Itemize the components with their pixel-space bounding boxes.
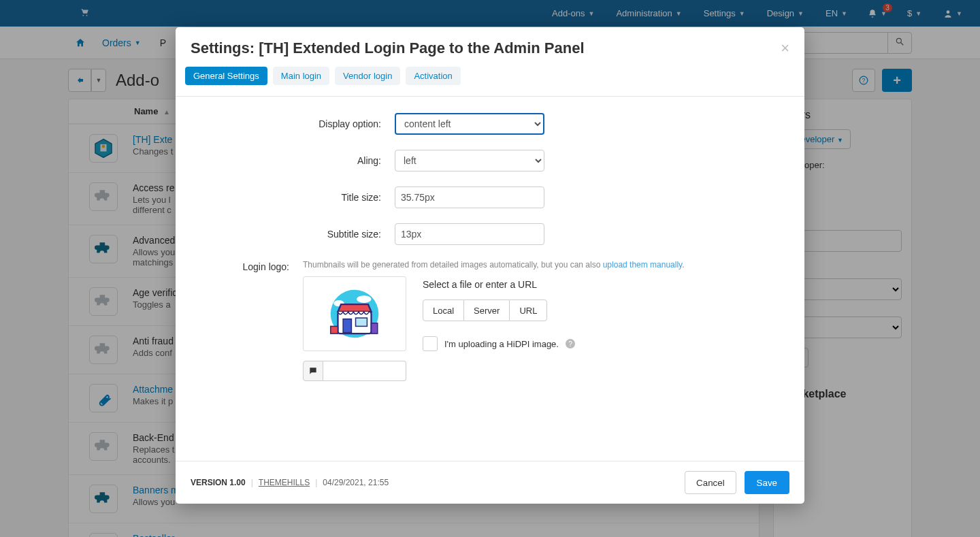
tab-vendor-login[interactable]: Vendor login: [335, 67, 400, 85]
subtitle-size-input[interactable]: [395, 223, 544, 245]
hidpi-row: I'm uploading a HiDPI image. ?: [423, 336, 575, 351]
svg-rect-15: [356, 318, 368, 326]
alt-input[interactable]: [323, 361, 406, 381]
src-local[interactable]: Local: [423, 299, 464, 321]
display-option-select[interactable]: content left: [395, 113, 544, 135]
tab-general-settings[interactable]: General Settings: [185, 67, 267, 85]
align-select[interactable]: left: [395, 150, 544, 172]
cancel-button[interactable]: Cancel: [685, 471, 736, 494]
login-logo-label: Login logo:: [191, 260, 303, 381]
row-align: Aling: left: [191, 150, 789, 172]
subtitle-size-label: Subtitle size:: [191, 229, 395, 240]
row-subtitle-size: Subtitle size:: [191, 223, 789, 245]
save-button[interactable]: Save: [745, 471, 789, 494]
row-display-option: Display option: content left: [191, 113, 789, 135]
hidpi-checkbox[interactable]: [423, 336, 438, 351]
close-icon[interactable]: ×: [781, 39, 789, 57]
svg-rect-16: [331, 326, 338, 333]
footer-vendor-link[interactable]: THEMEHILLS: [259, 478, 310, 487]
upload-manually-link[interactable]: upload them manually: [603, 260, 683, 270]
alt-text-row: [303, 361, 406, 381]
tab-activation[interactable]: Activation: [406, 67, 460, 85]
thumbnail-hint: Thumbnails will be generated from detail…: [303, 260, 789, 270]
comment-icon[interactable]: [303, 361, 323, 381]
svg-rect-14: [343, 319, 351, 333]
store-logo-icon: [323, 287, 386, 341]
title-size-input[interactable]: [395, 186, 544, 208]
modal-title: Settings: [TH] Extended Login Page to th…: [191, 39, 585, 57]
svg-point-12: [357, 295, 371, 303]
modal-footer: VERSION 1.00 | THEMEHILLS | 04/29/2021, …: [176, 461, 804, 504]
modal-tabs: General Settings Main login Vendor login…: [176, 67, 804, 96]
hidpi-help-icon[interactable]: ?: [566, 339, 575, 348]
footer-date: 04/29/2021, 21:55: [323, 478, 389, 487]
footer-version: VERSION 1.00: [191, 478, 246, 487]
tab-main-login[interactable]: Main login: [273, 67, 329, 85]
src-server[interactable]: Server: [464, 299, 509, 321]
align-label: Aling:: [191, 155, 395, 166]
row-login-logo: Login logo: Thumbnails will be generated…: [191, 260, 789, 381]
hidpi-label: I'm uploading a HiDPI image.: [444, 339, 559, 349]
modal-body: Display option: content left Aling: left…: [176, 97, 804, 461]
title-size-label: Title size:: [191, 192, 395, 203]
display-option-label: Display option:: [191, 118, 395, 129]
upload-label: Select a file or enter a URL: [423, 279, 575, 290]
logo-thumbnail[interactable]: [303, 276, 406, 351]
upload-source-buttons: Local Server URL: [423, 299, 575, 321]
modal-overlay: Settings: [TH] Extended Login Page to th…: [0, 0, 980, 537]
modal-header: Settings: [TH] Extended Login Page to th…: [176, 27, 804, 67]
settings-modal: Settings: [TH] Extended Login Page to th…: [176, 27, 804, 504]
row-title-size: Title size:: [191, 186, 789, 208]
src-url[interactable]: URL: [509, 299, 547, 321]
svg-rect-17: [372, 323, 378, 333]
